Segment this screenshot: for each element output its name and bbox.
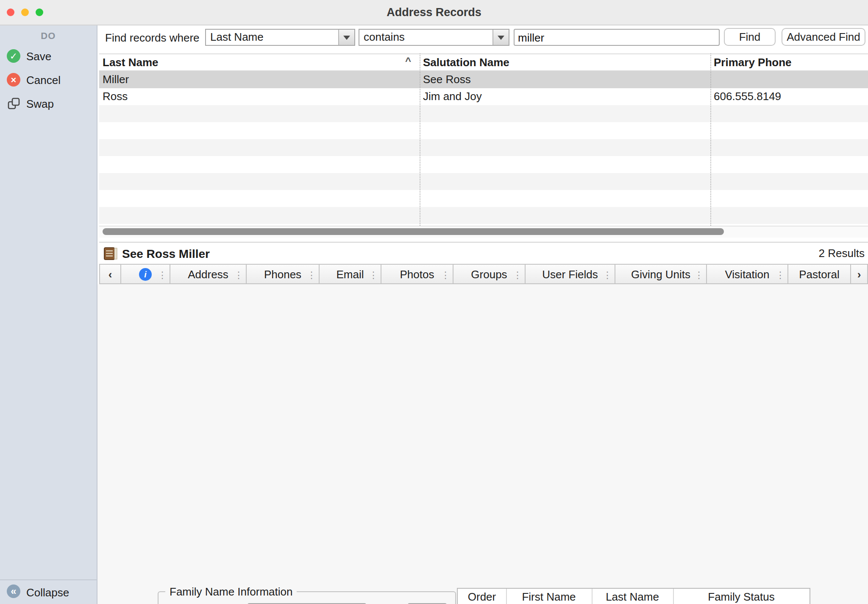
main-area: Find records where Last Name contains Fi… (97, 0, 868, 604)
address-records-window: Address Records DO ✓ Save × Cancel Swap … (0, 0, 868, 604)
column-divider (673, 589, 674, 604)
do-sidebar: DO ✓ Save × Cancel Swap « Collapse (0, 25, 97, 604)
column-primary-phone[interactable]: Primary Phone (714, 54, 792, 70)
cell-last-name: Miller (103, 71, 129, 88)
swap-icon (7, 97, 20, 110)
window-title: Address Records (0, 0, 868, 25)
tab-photos[interactable]: Photos⋮ (381, 264, 453, 284)
tab-label: Address (188, 268, 228, 280)
tab-address[interactable]: Address⋮ (170, 264, 247, 284)
sidebar-header: DO (0, 31, 97, 41)
tab-label: Pastoral (799, 268, 839, 280)
members-table-header: Order First Name Last Name Family Status (458, 589, 810, 604)
table-row[interactable]: Ross Jim and Joy 606.555.8149 (99, 88, 868, 105)
column-divider (420, 53, 420, 226)
sidebar-item-save[interactable]: ✓ Save (0, 47, 97, 67)
column-order: Order (458, 589, 506, 604)
tab-phones[interactable]: Phones⋮ (246, 264, 320, 284)
family-members-table: Order First Name Last Name Family Status… (457, 588, 810, 604)
tab-handle-icon: ⋮ (603, 268, 612, 282)
record-tab-bar: ‹ i ⋮ Address⋮ Phones⋮ Email⋮ Photos⋮ Gr… (99, 264, 868, 284)
title-bar: Address Records (0, 0, 868, 25)
tab-label: Giving Units (631, 268, 690, 280)
find-operator-select[interactable]: contains (359, 29, 509, 46)
horizontal-scrollbar[interactable] (99, 226, 868, 238)
collapse-label: Collapse (26, 585, 69, 600)
tab-giving-units[interactable]: Giving Units⋮ (615, 264, 707, 284)
sort-ascending-icon[interactable]: ^ (405, 55, 411, 67)
tab-handle-icon: ⋮ (234, 268, 243, 282)
address-book-icon (103, 247, 118, 263)
advanced-find-label: Advanced Find (787, 31, 860, 43)
tab-pastoral[interactable]: Pastoral (787, 264, 851, 284)
swap-label: Swap (26, 97, 54, 111)
tabs-scroll-left-button[interactable]: ‹ (99, 264, 121, 284)
tab-label: Email (336, 268, 364, 280)
cell-salutation: Jim and Joy (423, 88, 482, 105)
tab-user-fields[interactable]: User Fields⋮ (525, 264, 615, 284)
address-tab-pane: Family Name Information Last Name: Maili… (97, 284, 868, 604)
advanced-find-button[interactable]: Advanced Find (782, 28, 865, 46)
chevron-right-icon: › (857, 268, 861, 280)
tab-label: User Fields (542, 268, 598, 280)
tab-email[interactable]: Email⋮ (319, 264, 381, 284)
group-legend: Family Name Information (165, 585, 297, 598)
scrollbar-thumb[interactable] (103, 228, 724, 235)
close-icon: × (7, 73, 20, 87)
column-divider (710, 53, 711, 226)
tab-label: Photos (400, 268, 434, 280)
cell-salutation: See Ross (423, 71, 471, 88)
sidebar-item-cancel[interactable]: × Cancel (0, 70, 97, 91)
tab-label: Groups (471, 268, 507, 280)
find-button-label: Find (739, 31, 761, 43)
collapse-icon: « (7, 584, 20, 598)
sidebar-collapse[interactable]: « Collapse (0, 579, 97, 604)
tab-handle-icon: ⋮ (776, 268, 785, 282)
info-icon: i (139, 268, 152, 280)
family-name-information-group: Family Name Information Last Name: Maili… (158, 591, 456, 604)
tab-handle-icon: ⋮ (441, 268, 450, 282)
table-row-empty (99, 105, 868, 122)
cell-last-name: Ross (103, 88, 128, 105)
column-salutation-name[interactable]: Salutation Name (423, 54, 509, 70)
column-divider (506, 589, 507, 604)
tab-groups[interactable]: Groups⋮ (453, 264, 526, 284)
find-records-label: Find records where (105, 31, 200, 45)
find-query-input[interactable] (514, 29, 720, 46)
table-row-empty (99, 190, 868, 207)
results-table-header: Last Name ^ Salutation Name Primary Phon… (99, 53, 868, 71)
tab-handle-icon: ⋮ (307, 268, 316, 282)
column-divider (592, 589, 593, 604)
tab-handle-icon: ⋮ (694, 268, 704, 282)
find-field-select[interactable]: Last Name (205, 29, 355, 46)
tab-label: Phones (264, 268, 301, 280)
chevron-left-icon: ‹ (108, 268, 112, 280)
sidebar-item-swap[interactable]: Swap (0, 94, 97, 115)
results-count: 2 Results (819, 243, 865, 265)
cell-phone: 606.555.8149 (714, 88, 781, 105)
table-row-selected[interactable]: Miller See Ross (99, 71, 868, 88)
find-field-value: Last Name (210, 30, 264, 45)
chevron-down-icon (492, 30, 509, 45)
tab-info[interactable]: i ⋮ (120, 264, 170, 284)
tab-handle-icon: ⋮ (369, 268, 378, 282)
tab-visitation[interactable]: Visitation⋮ (706, 264, 788, 284)
record-header: See Ross Miller 2 Results (99, 242, 868, 265)
column-last-name[interactable]: Last Name (103, 54, 159, 70)
find-operator-value: contains (364, 30, 405, 45)
table-row-empty (99, 122, 868, 139)
find-button[interactable]: Find (724, 28, 776, 46)
tab-handle-icon: ⋮ (158, 268, 167, 282)
record-title: See Ross Miller (122, 243, 210, 265)
chevron-down-icon (338, 30, 354, 45)
tab-handle-icon: ⋮ (513, 268, 522, 282)
table-row-empty (99, 207, 868, 224)
column-first-name: First Name (506, 589, 592, 604)
save-label: Save (26, 49, 51, 64)
tab-label: Visitation (725, 268, 769, 280)
tabs-scroll-right-button[interactable]: › (850, 264, 868, 284)
check-icon: ✓ (7, 49, 20, 63)
table-row-empty (99, 156, 868, 173)
column-last-name: Last Name (592, 589, 673, 604)
table-row-empty (99, 173, 868, 190)
